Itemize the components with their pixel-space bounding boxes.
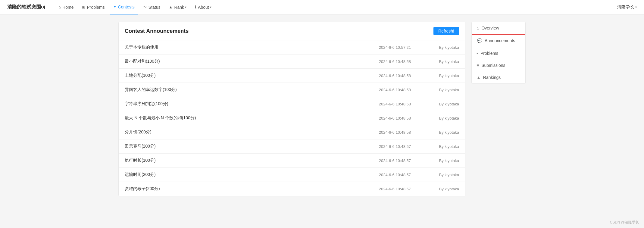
rank-chevron-icon: ▾: [185, 5, 186, 9]
announcement-author: By kiyotaka: [411, 144, 459, 149]
about-chevron-icon: ▾: [210, 5, 211, 9]
sidebar: ⌂ Overview 💬 Announcements ▪ Problems ≡ …: [471, 22, 526, 84]
nav-contests-label: Contests: [118, 5, 135, 9]
announcement-row[interactable]: 异国客人的幸运数字(100分) 2024-6-6 10:48:58 By kiy…: [119, 83, 465, 97]
announcement-row[interactable]: 最小配对和(100分) 2024-6-6 10:48:58 By kiyotak…: [119, 55, 465, 69]
sidebar-label-rankings: Rankings: [483, 75, 501, 80]
announcement-row[interactable]: 分月饼(200分) 2024-6-6 10:48:58 By kiyotaka: [119, 125, 465, 139]
nav-rank-label: Rank: [174, 5, 184, 10]
sidebar-item-rankings[interactable]: ▲ Rankings: [472, 71, 525, 83]
announcement-title: 执行时长(100分): [125, 158, 357, 163]
announcement-author: By kiyotaka: [411, 59, 459, 64]
announcement-author: By kiyotaka: [411, 116, 459, 120]
announcement-title: 最小配对和(100分): [125, 59, 357, 64]
announcement-author: By kiyotaka: [411, 45, 459, 50]
announcement-author: By kiyotaka: [411, 88, 459, 92]
announcements-icon: 💬: [477, 38, 482, 43]
announcement-row[interactable]: 字符串序列判定(100分) 2024-6-6 10:48:58 By kiyot…: [119, 97, 465, 111]
page-content: Contest Announcements Refresh! 关于本专栏的使用 …: [111, 14, 533, 204]
refresh-button[interactable]: Refresh!: [433, 27, 459, 35]
brand: 清隆的笔试突围oj: [7, 4, 45, 10]
sidebar-label-overview: Overview: [481, 26, 499, 30]
announcement-date: 2024-6-6 10:48:58: [357, 102, 411, 106]
status-icon: 〜: [143, 5, 147, 10]
announcement-date: 2024-6-6 10:48:58: [357, 116, 411, 120]
announcement-row[interactable]: 关于本专栏的使用 2024-6-6 10:57:21 By kiyotaka: [119, 40, 465, 55]
announcement-author: By kiyotaka: [411, 173, 459, 177]
submissions-icon: ≡: [477, 63, 479, 68]
nav-about-label: About: [198, 5, 209, 10]
announcement-row[interactable]: 土地分配(100分) 2024-6-6 10:48:58 By kiyotaka: [119, 69, 465, 83]
announcement-author: By kiyotaka: [411, 158, 459, 163]
rankings-icon: ▲: [477, 75, 481, 80]
announcement-author: By kiyotaka: [411, 130, 459, 135]
username: 清隆学长: [617, 5, 634, 10]
announcement-date: 2024-6-6 10:48:58: [357, 73, 411, 78]
announcement-row[interactable]: 执行时长(100分) 2024-6-6 10:48:57 By kiyotaka: [119, 154, 465, 168]
nav-contests[interactable]: ✦ Contests: [110, 0, 138, 14]
announcement-author: By kiyotaka: [411, 102, 459, 106]
rank-icon: ▲: [169, 5, 173, 9]
main-panel: Contest Announcements Refresh! 关于本专栏的使用 …: [118, 22, 465, 196]
announcement-title: 贪吃的猴子(200分): [125, 186, 357, 192]
problems-icon: ▪: [477, 51, 478, 56]
sidebar-item-problems[interactable]: ▪ Problems: [472, 47, 525, 59]
announcement-date: 2024-6-6 10:48:58: [357, 88, 411, 92]
announcement-author: By kiyotaka: [411, 187, 459, 191]
sidebar-label-submissions: Submissions: [481, 63, 505, 68]
announcement-title: 字符串序列判定(100分): [125, 101, 357, 107]
announcement-date: 2024-6-6 10:48:57: [357, 187, 411, 191]
panel-title: Contest Announcements: [125, 28, 189, 34]
announcement-title: 最大 N 个数与最小 N 个数的和(100分): [125, 115, 357, 121]
announcement-title: 分月饼(200分): [125, 130, 357, 135]
sidebar-label-problems: Problems: [480, 51, 498, 56]
nav-status-label: Status: [148, 5, 161, 10]
announcement-title: 运输时间(200分): [125, 172, 357, 177]
nav-status[interactable]: 〜 Status: [139, 0, 164, 14]
announcement-date: 2024-6-6 10:48:57: [357, 144, 411, 149]
sidebar-item-overview[interactable]: ⌂ Overview: [472, 22, 525, 34]
nav-home[interactable]: ⌂ Home: [55, 0, 77, 14]
contests-icon: ✦: [113, 5, 117, 9]
announcement-row[interactable]: 贪吃的猴子(200分) 2024-6-6 10:48:57 By kiyotak…: [119, 182, 465, 196]
sidebar-item-submissions[interactable]: ≡ Submissions: [472, 59, 525, 71]
announcement-title: 关于本专栏的使用: [125, 45, 357, 50]
user-menu[interactable]: 清隆学长 ▾: [617, 5, 637, 10]
announcement-list: 关于本专栏的使用 2024-6-6 10:57:21 By kiyotaka 最…: [119, 40, 465, 196]
nav-problems[interactable]: ⊞ Problems: [78, 0, 108, 14]
announcement-title: 土地分配(100分): [125, 73, 357, 78]
sidebar-item-announcements[interactable]: 💬 Announcements: [472, 34, 525, 47]
announcement-row[interactable]: 运输时间(200分) 2024-6-6 10:48:57 By kiyotaka: [119, 168, 465, 182]
announcement-date: 2024-6-6 10:48:58: [357, 130, 411, 135]
announcement-row[interactable]: 最大 N 个数与最小 N 个数的和(100分) 2024-6-6 10:48:5…: [119, 111, 465, 125]
announcement-row[interactable]: 田忌赛马(200分) 2024-6-6 10:48:57 By kiyotaka: [119, 139, 465, 154]
overview-icon: ⌂: [477, 26, 479, 30]
nav-home-label: Home: [62, 5, 73, 10]
nav-items: ⌂ Home ⊞ Problems ✦ Contests 〜 Status ▲ …: [55, 0, 617, 14]
announcement-title: 田忌赛马(200分): [125, 144, 357, 149]
announcement-title: 异国客人的幸运数字(100分): [125, 87, 357, 92]
home-icon: ⌂: [58, 5, 61, 9]
announcement-date: 2024-6-6 10:48:58: [357, 59, 411, 64]
announcement-author: By kiyotaka: [411, 73, 459, 78]
nav-about[interactable]: ℹ About ▾: [191, 0, 215, 14]
panel-header: Contest Announcements Refresh!: [119, 22, 465, 40]
announcement-date: 2024-6-6 10:48:57: [357, 158, 411, 163]
nav-rank[interactable]: ▲ Rank ▾: [165, 0, 190, 14]
problems-icon: ⊞: [82, 5, 85, 9]
user-chevron-icon: ▾: [635, 5, 637, 9]
about-icon: ℹ: [195, 5, 196, 9]
navbar: 清隆的笔试突围oj ⌂ Home ⊞ Problems ✦ Contests 〜…: [0, 0, 644, 14]
nav-problems-label: Problems: [87, 5, 105, 10]
announcement-date: 2024-6-6 10:48:57: [357, 173, 411, 177]
sidebar-label-announcements: Announcements: [485, 38, 515, 43]
announcement-date: 2024-6-6 10:57:21: [357, 45, 411, 50]
